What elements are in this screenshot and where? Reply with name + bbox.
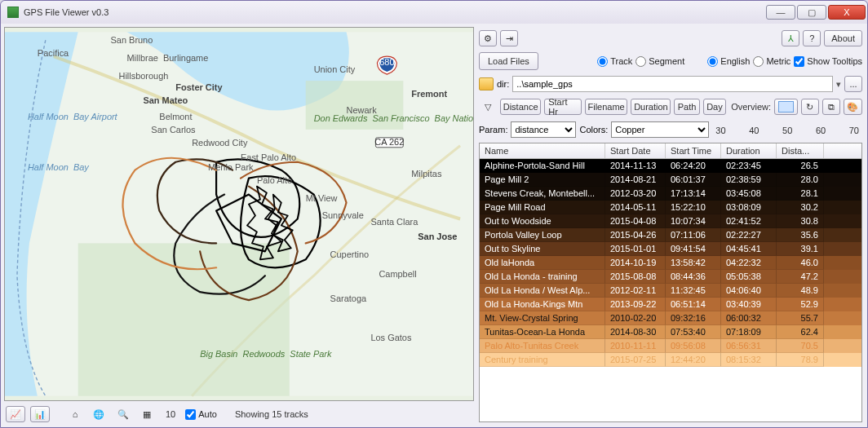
col-duration[interactable]: Duration [721,143,777,158]
cell-name: Tunitas-Ocean-La Honda [480,325,605,339]
table-row[interactable]: Page Mill 22014-08-2106:01:3702:38:5928.… [480,173,861,187]
metric-radio[interactable]: Metric [753,56,790,67]
col-start-time[interactable]: Start Time [666,143,721,158]
filter-duration-button[interactable]: Duration [631,99,671,115]
show-tooltips-checkbox[interactable]: Show Tooltips [794,56,862,67]
cell-date: 2012-03-20 [605,187,666,201]
chart-line-icon[interactable]: 📈 [6,406,25,422]
chart-icon[interactable]: ⧉ [822,99,840,115]
cell-time: 06:01:37 [666,173,721,187]
map-view[interactable]: 680 CA 262 Pacifica San Bruno Millbrae B… [4,27,474,401]
cell-duration: 04:06:40 [721,284,777,298]
cell-distance: 46.0 [777,256,824,270]
cell-duration: 02:22:27 [721,228,777,242]
filter-icon[interactable]: ▽ [479,99,497,115]
svg-text:Redwood City: Redwood City [192,138,248,148]
auto-checkbox[interactable]: Auto [185,409,217,420]
table-row[interactable]: Century training2015-07-2512:44:2008:15:… [480,353,861,367]
gear-icon[interactable]: ⚙ [479,30,497,46]
cell-time: 13:58:42 [666,256,721,270]
param-select[interactable]: distance [511,121,576,138]
3d-icon[interactable]: ⅄ [782,30,799,46]
help-icon[interactable]: ? [803,30,821,46]
close-button[interactable]: X [828,5,866,20]
minimize-button[interactable]: — [766,5,795,20]
cell-name: Page Mill 2 [480,173,605,187]
browse-button[interactable]: ... [844,76,862,92]
param-label: Param: [479,125,507,135]
cell-name: Portola Valley Loop [480,228,605,242]
layers-icon[interactable]: ▦ [138,406,156,422]
cell-duration: 02:41:52 [721,214,777,228]
maximize-button[interactable]: ▢ [797,5,826,20]
svg-text:CA 262: CA 262 [374,137,404,147]
table-header[interactable]: Name Start Date Start Time Duration Dist… [480,143,861,159]
cell-duration: 06:56:31 [721,339,777,353]
filter-path-button[interactable]: Path [674,99,699,115]
col-name[interactable]: Name [480,143,605,158]
english-radio[interactable]: English [707,56,750,67]
table-row[interactable]: Out to Skyline2015-01-0109:41:5404:45:41… [480,242,861,256]
dir-input[interactable] [512,76,833,92]
load-files-button[interactable]: Load Files [479,52,538,70]
track-radio[interactable]: Track [597,56,632,67]
table-row[interactable]: Page Mill Road2014-05-1115:22:1003:08:09… [480,201,861,214]
table-row[interactable]: Old La Honda / West Alp...2012-02-1111:3… [480,284,861,298]
cell-distance: 52.9 [777,298,824,311]
tracks-table: Name Start Date Start Time Duration Dist… [479,143,862,422]
table-row[interactable]: Old La Honda-Kings Mtn2013-09-2206:51:14… [480,298,861,311]
app-icon [7,7,19,18]
table-row[interactable]: Palo Alto-Tunitas Creek2010-11-1109:56:0… [480,339,861,353]
window-title: GPS File Viewer v0.3 [24,7,764,17]
globe-icon[interactable]: 🌐 [89,406,108,422]
titlebar: GPS File Viewer v0.3 — ▢ X [1,1,867,24]
cell-date: 2015-08-08 [605,270,666,284]
refresh-icon[interactable]: ↻ [801,99,819,115]
segment-radio[interactable]: Segment [636,56,684,67]
filter-distance-button[interactable]: Distance [500,99,541,115]
import-icon[interactable]: ⇥ [500,30,518,46]
colors-select[interactable]: Copper [611,121,709,138]
about-button[interactable]: About [824,30,862,46]
table-row[interactable]: Alphine-Portola-Sand Hill2014-11-1306:24… [480,159,861,173]
cell-name: Mt. View-Crystal Spring [480,311,605,325]
chart-bar-icon[interactable]: 📊 [30,406,50,422]
svg-text:Hillsborough: Hillsborough [119,71,169,81]
home-icon[interactable]: ⌂ [66,406,84,422]
svg-text:Union City: Union City [314,64,356,74]
svg-text:Palo Alto: Palo Alto [257,175,292,185]
table-row[interactable]: Mt. View-Crystal Spring2010-02-2009:32:1… [480,311,861,325]
cell-duration: 02:23:45 [721,159,777,173]
svg-text:San Mateo: San Mateo [143,95,188,105]
table-row[interactable]: Old La Honda - training2015-08-0808:44:3… [480,270,861,284]
cell-date: 2015-07-25 [605,353,666,367]
cell-name: Out to Skyline [480,242,605,256]
table-row[interactable]: Portola Valley Loop2015-04-2607:11:0602:… [480,228,861,242]
svg-text:Pacifica: Pacifica [38,48,69,58]
cell-date: 2014-08-30 [605,325,666,339]
cell-date: 2013-09-22 [605,298,666,311]
col-distance[interactable]: Dista... [777,143,824,158]
zoom-icon[interactable]: 🔍 [113,406,133,422]
cell-name: Century training [480,353,605,367]
palette-icon[interactable]: 🎨 [844,99,862,115]
svg-text:Saratoga: Saratoga [330,293,367,303]
cell-date: 2014-10-19 [605,256,666,270]
overview-label: Overview: [731,102,771,112]
folder-icon [479,77,494,90]
filter-day-button[interactable]: Day [703,99,726,115]
col-start-date[interactable]: Start Date [605,143,666,158]
dir-dropdown-icon[interactable]: ▾ [836,79,841,90]
table-row[interactable]: Stevens Creak, Montebell...2012-03-2017:… [480,187,861,201]
table-row[interactable]: Tunitas-Ocean-La Honda2014-08-3007:53:40… [480,325,861,339]
table-row[interactable]: Old laHonda2014-10-1913:58:4204:22:3246.… [480,256,861,270]
cell-time: 15:22:10 [666,201,721,214]
table-row[interactable]: Out to Woodside2015-04-0810:07:3402:41:5… [480,214,861,228]
cell-duration: 08:15:32 [721,353,777,367]
gradient-ticks: 3040506070 [712,126,862,135]
filter-starthr-button[interactable]: Start Hr [544,99,582,115]
filter-filename-button[interactable]: Filename [585,99,628,115]
overview-toggle[interactable] [774,99,798,115]
cell-time: 10:07:34 [666,214,721,228]
cell-distance: 55.7 [777,311,824,325]
